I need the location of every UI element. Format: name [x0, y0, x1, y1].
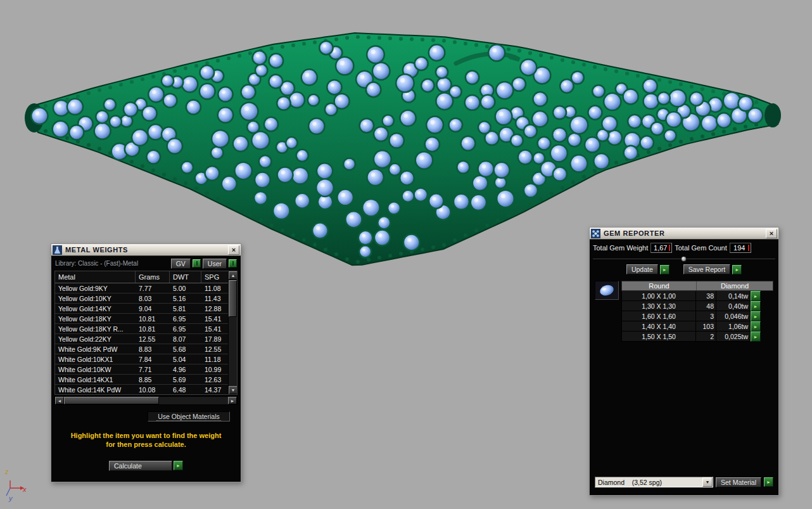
gem-row-go-button[interactable]: ►	[751, 301, 761, 311]
metal-table: Metal Grams DWT SPG Yellow Gold:9KY7.775…	[54, 271, 238, 395]
scroll-right-icon[interactable]: ►	[228, 397, 237, 404]
calculate-button[interactable]: Calculate	[109, 461, 172, 471]
gem-weight-cell: 1,06tw	[716, 321, 751, 332]
metal-table-row[interactable]: White Gold:10KX17.845.0411.18	[55, 354, 237, 364]
set-material-button[interactable]: Set Material	[716, 477, 761, 487]
metal-cell: Yellow Gold:14KY	[55, 305, 136, 312]
save-report-go-button[interactable]: ►	[732, 265, 742, 274]
column-header-metal[interactable]: Metal	[55, 271, 136, 283]
gem-row-go-button[interactable]: ►	[751, 332, 761, 342]
metal-table-row[interactable]: Yellow Gold:18KY10.816.9515.41	[55, 314, 237, 324]
dwt-cell: 5.00	[170, 285, 201, 292]
save-report-button[interactable]: Save Report	[683, 264, 730, 274]
metal-cell: White Gold:14K PdW	[55, 386, 136, 394]
panel-splitter[interactable]	[590, 255, 778, 263]
splitter-knob[interactable]	[681, 256, 687, 262]
grams-cell: 10.08	[136, 386, 170, 394]
gem-reporter-icon	[591, 229, 600, 238]
grams-cell: 8.03	[136, 295, 170, 302]
gem-table-body: 1,00 X 1,00380,14tw►1,30 X 1,30480,40tw►…	[595, 291, 773, 342]
gem-thumbnail-image	[597, 283, 617, 298]
scroll-track-horizontal[interactable]	[64, 397, 228, 404]
metal-table-row[interactable]: Yellow Gold:22KY12.558.0717.89	[55, 334, 237, 344]
set-material-go-button[interactable]: ►	[764, 477, 773, 487]
metal-table-row[interactable]: White Gold:10KW7.714.9610.99	[55, 364, 237, 375]
gv-indicator[interactable]	[193, 259, 201, 267]
use-object-materials-dropdown[interactable]: Use Object Materials	[148, 411, 230, 422]
user-button[interactable]: User	[203, 259, 227, 269]
metal-table-row[interactable]: Yellow Gold:14KY9.045.8112.88	[55, 304, 237, 314]
update-button[interactable]: Update	[626, 264, 658, 274]
metal-table-row[interactable]: Yellow Gold:10KY8.035.1611.43	[55, 293, 237, 304]
axis-gizmo: z x y	[3, 467, 43, 506]
gem-size-cell: 1,50 X 1,50	[621, 332, 696, 342]
gem-size-cell: 1,30 X 1,30	[621, 301, 696, 311]
metal-weights-panel: METAL WEIGHTS × Library: Classic - (Fast…	[51, 243, 241, 482]
gem-size-cell: 1,40 X 1,40	[621, 321, 696, 332]
dwt-cell: 4.96	[170, 366, 201, 373]
scroll-thumb-vertical[interactable]	[229, 280, 237, 317]
total-gem-count-value[interactable]: 194	[730, 243, 751, 253]
gem-table-row[interactable]: 1,40 X 1,401031,06tw►	[621, 321, 773, 332]
gv-button[interactable]: GV	[171, 259, 191, 269]
dropdown-arrow-icon[interactable]: ▼	[702, 477, 713, 487]
metal-table-hscrollbar[interactable]: ◄ ►	[54, 396, 238, 405]
metal-table-row[interactable]: Yellow Gold:18KY R...10.816.9515.41	[55, 324, 237, 334]
grams-cell: 10.81	[136, 315, 170, 323]
gem-count-cell: 38	[696, 291, 716, 301]
column-header-dwt[interactable]: DWT	[170, 271, 201, 283]
dwt-cell: 5.69	[170, 376, 201, 383]
use-object-materials-value: Use Object Materials	[156, 413, 220, 421]
grams-cell: 7.71	[136, 366, 170, 373]
gem-thumbnail[interactable]	[595, 281, 619, 300]
dwt-cell: 5.68	[170, 345, 201, 353]
total-gem-weight-value[interactable]: 1,67	[650, 243, 672, 253]
application-window: z x y METAL WEIGHTS × Library: Classic -…	[0, 0, 812, 509]
metal-cell: Yellow Gold:22KY	[55, 335, 136, 343]
calculate-go-button[interactable]: ►	[174, 461, 183, 470]
axis-z-label: z	[5, 468, 9, 475]
dwt-cell: 5.81	[170, 305, 201, 312]
dwt-cell: 6.48	[170, 386, 201, 394]
metal-cell: Yellow Gold:18KY R...	[55, 325, 136, 333]
gem-row-go-button[interactable]: ►	[751, 321, 761, 332]
gem-table-row[interactable]: 1,30 X 1,30480,40tw►	[621, 301, 773, 311]
scroll-left-icon[interactable]: ◄	[55, 397, 64, 404]
grams-cell: 12.55	[136, 335, 170, 343]
metal-table-row[interactable]: White Gold:14KX18.855.6912.63	[55, 375, 237, 385]
gem-reporter-close-button[interactable]: ×	[766, 229, 777, 238]
gem-reporter-titlebar[interactable]: GEM REPORTER ×	[590, 228, 778, 240]
metal-table-row[interactable]: Yellow Gold:9KY7.775.0011.08	[55, 283, 237, 293]
column-header-grams[interactable]: Grams	[136, 271, 170, 283]
gem-table-header: Round Diamond	[621, 281, 773, 291]
update-go-button[interactable]: ►	[660, 265, 669, 274]
gem-reporter-title: GEM REPORTER	[602, 229, 764, 237]
scroll-thumb-horizontal[interactable]	[64, 397, 159, 404]
library-label: Library: Classic - (Fast)-Metal	[55, 260, 169, 267]
scroll-track[interactable]	[229, 318, 237, 386]
metal-table-vscrollbar[interactable]: ▲ ▼	[228, 271, 237, 394]
scroll-up-icon[interactable]: ▲	[229, 271, 238, 280]
gem-row-go-button[interactable]: ►	[751, 311, 761, 321]
actions-row: Update ► Save Report ►	[590, 263, 778, 278]
instruction-line-2: for then press calculate.	[51, 440, 241, 449]
user-indicator[interactable]	[229, 259, 237, 267]
axis-y-label: y	[9, 494, 13, 502]
scroll-down-icon[interactable]: ▼	[229, 386, 238, 394]
gem-table-row[interactable]: 1,60 X 1,6030,046tw►	[621, 311, 773, 321]
metal-table-row[interactable]: White Gold:9K PdW8.835.6812.55	[55, 344, 237, 354]
metal-cell: White Gold:14KX1	[55, 376, 136, 383]
gem-count-cell: 3	[696, 311, 716, 321]
gem-material-header[interactable]: Diamond	[697, 281, 773, 290]
instruction-text: Highlight the item you want to find the …	[51, 431, 241, 449]
gem-shape-header[interactable]: Round	[622, 281, 697, 290]
gem-table-row[interactable]: 1,50 X 1,5020,025tw►	[621, 332, 773, 342]
metal-table-row[interactable]: White Gold:14K PdW10.086.4814.37	[55, 385, 237, 395]
metal-weights-titlebar[interactable]: METAL WEIGHTS ×	[51, 244, 241, 256]
gem-table: Round Diamond 1,00 X 1,00380,14tw►1,30 X…	[595, 281, 773, 342]
gem-row-go-button[interactable]: ►	[751, 291, 761, 301]
metal-weights-close-button[interactable]: ×	[228, 245, 239, 255]
metal-cell: Yellow Gold:10KY	[55, 295, 136, 302]
gem-table-row[interactable]: 1,00 X 1,00380,14tw►	[621, 291, 773, 301]
material-dropdown[interactable]: Diamond (3,52 spg) ▼	[595, 477, 713, 487]
